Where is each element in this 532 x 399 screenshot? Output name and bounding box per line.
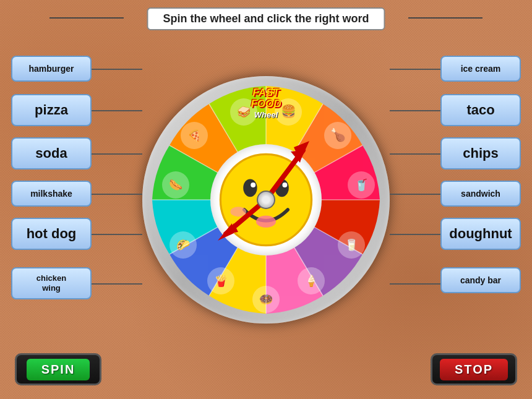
svg-marker-46: [218, 223, 234, 241]
wheel-title: FAST FOOD Wheel: [229, 87, 303, 120]
stop-button-label: STOP: [440, 359, 508, 380]
word-button-hamburger[interactable]: hamburger: [11, 56, 92, 82]
connector-pizza: [92, 110, 142, 111]
word-button-soda[interactable]: soda: [11, 137, 92, 169]
wheel-hub: [257, 191, 275, 209]
connector-line-right: [408, 17, 483, 19]
word-button-pizza[interactable]: pizza: [11, 94, 92, 126]
stop-button[interactable]: STOP: [431, 353, 517, 385]
wheel-container[interactable]: 🍔 🍗 🥤 🥛 🍦 🍩 🍟 🌮 🌭 🍕 🥪: [142, 76, 390, 324]
connector-hamburger: [92, 69, 142, 70]
connector-candybar: [390, 283, 440, 285]
word-button-milkshake[interactable]: milkshake: [11, 181, 92, 207]
connector-icecream: [390, 69, 440, 70]
word-button-chips[interactable]: chips: [440, 137, 521, 169]
word-button-doughnut[interactable]: doughnut: [440, 218, 521, 250]
word-button-chicken-wing[interactable]: chickenwing: [11, 267, 92, 299]
connector-chips: [390, 153, 440, 155]
connector-chickenwing: [92, 283, 142, 285]
connector-line-left: [49, 17, 124, 19]
word-button-candy-bar[interactable]: candy bar: [440, 267, 521, 293]
spin-button-label: SPIN: [27, 359, 90, 380]
connector-doughnut: [390, 234, 440, 235]
word-button-taco[interactable]: taco: [440, 94, 521, 126]
instruction-text: Spin the wheel and click the right word: [163, 12, 369, 25]
word-button-ice-cream[interactable]: ice cream: [440, 56, 521, 82]
connector-soda: [92, 153, 142, 155]
instruction-bar: Spin the wheel and click the right word: [147, 7, 385, 30]
connector-milkshake: [92, 194, 142, 195]
word-button-sandwich[interactable]: sandwich: [440, 181, 521, 207]
connector-taco: [390, 110, 440, 111]
connector-hotdog: [92, 234, 142, 235]
connector-sandwich: [390, 194, 440, 195]
word-button-hot-dog[interactable]: hot dog: [11, 218, 92, 250]
spin-button[interactable]: SPIN: [15, 353, 101, 385]
